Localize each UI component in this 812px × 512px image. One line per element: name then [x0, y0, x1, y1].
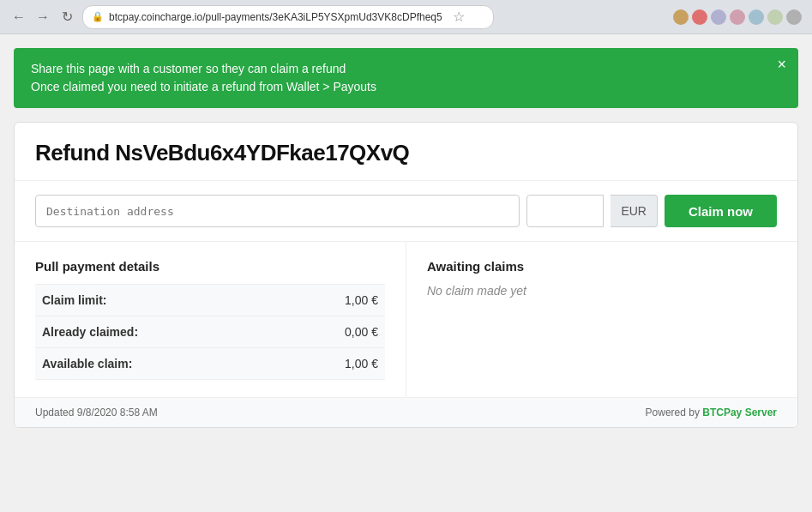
lock-icon: 🔒: [92, 11, 104, 22]
detail-value: 1,00 €: [280, 348, 385, 380]
card-header: Refund NsVeBdu6x4YDFkae17QXvQ: [15, 123, 797, 181]
page-title: Refund NsVeBdu6x4YDFkae17QXvQ: [35, 140, 777, 166]
currency-badge: EUR: [611, 195, 658, 227]
profile-dot-4: [730, 9, 745, 25]
details-table: Claim limit: 1,00 € Already claimed: 0,0…: [35, 284, 385, 380]
awaiting-claims-section: Awaiting claims No claim made yet: [406, 242, 797, 397]
bookmark-icon[interactable]: ☆: [453, 9, 465, 25]
notification-close-button[interactable]: ×: [777, 57, 786, 72]
awaiting-claims-title: Awaiting claims: [427, 259, 777, 274]
no-claim-text: No claim made yet: [427, 284, 777, 298]
detail-label: Available claim:: [35, 348, 280, 380]
browser-chrome: ← → ↻ 🔒 btcpay.coincharge.io/pull-paymen…: [0, 0, 812, 34]
profile-dot-5: [749, 9, 764, 25]
notification-line1: Share this page with a customer so they …: [31, 60, 764, 78]
reload-button[interactable]: ↻: [58, 9, 75, 26]
btcpay-link[interactable]: BTCPay Server: [702, 407, 777, 419]
notification-banner: Share this page with a customer so they …: [14, 48, 798, 108]
profile-dot-7: [786, 9, 802, 25]
card-footer: Updated 9/8/2020 8:58 AM Powered by BTCP…: [15, 397, 797, 427]
pull-payment-details-title: Pull payment details: [35, 259, 385, 274]
pull-payment-details-section: Pull payment details Claim limit: 1,00 €…: [15, 242, 406, 397]
destination-address-input[interactable]: [35, 195, 520, 227]
back-button[interactable]: ←: [10, 9, 27, 26]
url-text: btcpay.coincharge.io/pull-payments/3eKA3…: [109, 11, 442, 23]
claim-now-button[interactable]: Claim now: [665, 195, 777, 227]
notification-line2: Once claimed you need to initiate a refu…: [31, 78, 764, 96]
forward-button[interactable]: →: [34, 9, 51, 26]
updated-text: Updated 9/8/2020 8:58 AM: [35, 407, 158, 419]
profile-dot-2: [692, 9, 707, 25]
table-row: Available claim: 1,00 €: [35, 348, 385, 380]
table-row: Already claimed: 0,00 €: [35, 316, 385, 348]
detail-label: Claim limit:: [35, 285, 280, 316]
two-column-section: Pull payment details Claim limit: 1,00 €…: [15, 242, 797, 397]
profile-dot-6: [767, 9, 783, 25]
detail-label: Already claimed:: [35, 316, 280, 348]
address-bar[interactable]: 🔒 btcpay.coincharge.io/pull-payments/3eK…: [82, 5, 494, 29]
profile-dot-1: [673, 9, 689, 25]
powered-by-prefix: Powered by: [646, 407, 703, 419]
profile-area: [673, 9, 802, 25]
page-content: Share this page with a customer so they …: [0, 34, 812, 512]
main-card: Refund NsVeBdu6x4YDFkae17QXvQ 1,00 EUR C…: [14, 122, 798, 428]
profile-dot-3: [711, 9, 726, 25]
detail-value: 0,00 €: [280, 316, 385, 348]
table-row: Claim limit: 1,00 €: [35, 285, 385, 316]
amount-input[interactable]: 1,00: [526, 195, 604, 227]
claim-form-row: 1,00 EUR Claim now: [15, 181, 797, 242]
powered-by: Powered by BTCPay Server: [646, 407, 777, 419]
detail-value: 1,00 €: [280, 285, 385, 316]
